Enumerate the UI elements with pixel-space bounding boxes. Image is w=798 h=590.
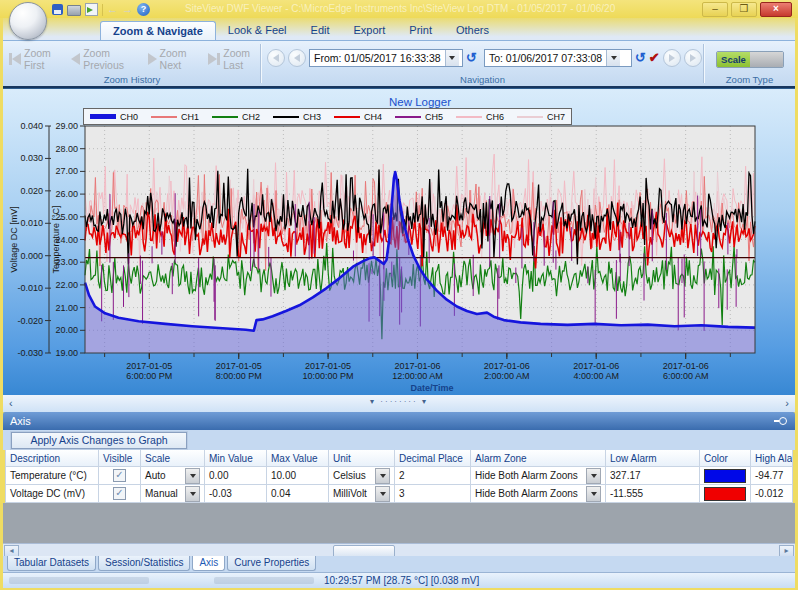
zoom-next-button[interactable]: Zoom Next [148, 47, 200, 71]
cell-high-alarm[interactable]: -94.77 [751, 467, 793, 485]
chevron-down-icon[interactable] [185, 486, 200, 502]
back-icon[interactable]: ← [107, 4, 118, 15]
chevron-down-icon[interactable] [185, 468, 200, 484]
legend-item-ch5[interactable]: CH5 [395, 112, 443, 122]
cell-scale-dropdown[interactable]: Auto [141, 467, 205, 485]
checkbox-icon[interactable]: ✓ [113, 469, 126, 482]
column-header-scale[interactable]: Scale [141, 450, 205, 467]
legend-item-ch4[interactable]: CH4 [334, 112, 382, 122]
from-date-field[interactable]: From: 01/05/2017 16:33:38 [309, 49, 463, 67]
column-header-unit[interactable]: Unit [329, 450, 395, 467]
cell-max-value[interactable]: 0.04 [267, 485, 329, 503]
export-icon[interactable] [85, 3, 98, 16]
confirm-check-icon[interactable]: ✔ [649, 51, 660, 65]
cell-color-swatch[interactable] [700, 485, 751, 503]
cell-decimal-place[interactable]: 3 [395, 485, 471, 503]
zoom-first-button[interactable]: Zoom First [9, 47, 62, 71]
from-reset-icon[interactable]: ↺ [466, 51, 477, 65]
to-reset-icon[interactable]: ↺ [635, 51, 646, 65]
ribbon-tab-zoom-navigate[interactable]: Zoom & Navigate [100, 21, 216, 40]
chevron-down-icon[interactable] [586, 468, 601, 484]
column-header-high-alarm[interactable]: High Alarm [751, 450, 793, 467]
chevron-down-icon[interactable] [375, 486, 390, 502]
cell-max-value[interactable]: 10.00 [267, 467, 329, 485]
cell-min-value[interactable]: -0.03 [205, 485, 267, 503]
temp-tick-label: 22.00 [55, 280, 78, 290]
cell-alarm-zone-dropdown[interactable]: Hide Both Alarm Zoons [471, 467, 606, 485]
horizontal-scrollbar[interactable]: ◂ ▸ [3, 543, 795, 557]
legend-item-ch1[interactable]: CH1 [151, 112, 199, 122]
color-swatch[interactable] [704, 487, 746, 501]
cell-low-alarm[interactable]: 327.17 [606, 467, 700, 485]
cell-visible-checkbox[interactable]: ✓ [99, 485, 141, 503]
column-header-visible[interactable]: Visible [99, 450, 141, 467]
cell-visible-checkbox[interactable]: ✓ [99, 467, 141, 485]
cell-low-alarm[interactable]: -11.555 [606, 485, 700, 503]
column-header-low-alarm[interactable]: Low Alarm [606, 450, 700, 467]
cell-description[interactable]: Temperature (°C) [5, 467, 99, 485]
close-button[interactable]: × [760, 2, 792, 17]
column-header-description[interactable]: Description [5, 450, 99, 467]
ribbon-tab-print[interactable]: Print [397, 21, 444, 40]
zoom-last-button[interactable]: Zoom Last [208, 47, 261, 71]
help-icon[interactable]: ? [137, 3, 150, 16]
cell-description[interactable]: Voltage DC (mV) [5, 485, 99, 503]
bottom-tab-session-statistics[interactable]: Session/Statistics [98, 556, 190, 571]
cell-color-swatch[interactable] [700, 467, 751, 485]
save-icon[interactable] [52, 4, 63, 15]
nav-previous-button[interactable] [288, 49, 306, 67]
legend-item-ch6[interactable]: CH6 [456, 112, 504, 122]
application-menu-orb[interactable] [9, 2, 47, 40]
cell-unit-dropdown[interactable]: MilliVolt [329, 485, 395, 503]
nav-first-button[interactable] [267, 49, 285, 67]
to-dropdown-button[interactable] [606, 50, 620, 66]
legend-item-ch0[interactable]: CH0 [90, 112, 138, 122]
color-swatch[interactable] [704, 469, 746, 483]
cell-unit-dropdown[interactable]: Celsius [329, 467, 395, 485]
column-header-max-value[interactable]: Max Value [267, 450, 329, 467]
chart-canvas[interactable]: 29.0028.0027.0026.0025.0024.0023.0022.00… [3, 89, 795, 396]
print-icon[interactable] [67, 5, 81, 16]
forward-icon[interactable]: → [122, 4, 133, 15]
bottom-tab-axis[interactable]: Axis [192, 556, 225, 571]
cell-min-value[interactable]: 0.00 [205, 467, 267, 485]
chevron-down-icon[interactable] [375, 468, 390, 484]
collapse-right-icon[interactable]: › [785, 396, 789, 410]
cell-alarm-zone-dropdown[interactable]: Hide Both Alarm Zoons [471, 485, 606, 503]
chevron-down-icon[interactable] [586, 486, 601, 502]
bottom-tab-tabular-datasets[interactable]: Tabular Datasets [7, 556, 96, 571]
apply-axis-changes-button[interactable]: Apply Axis Changes to Graph [11, 432, 187, 449]
legend-item-ch3[interactable]: CH3 [273, 112, 321, 122]
minimize-button[interactable]: – [702, 2, 728, 17]
nav-last-button[interactable] [684, 49, 702, 67]
cell-decimal-place[interactable]: 2 [395, 467, 471, 485]
maximize-button[interactable]: ❒ [731, 2, 757, 17]
nav-next-button[interactable] [663, 49, 681, 67]
cell-scale-dropdown[interactable]: Manual [141, 485, 205, 503]
ribbon-tab-edit[interactable]: Edit [299, 21, 342, 40]
column-header-min-value[interactable]: Min Value [205, 450, 267, 467]
ribbon-tab-look-feel[interactable]: Look & Feel [216, 21, 299, 40]
zoom-previous-button[interactable]: Zoom Previous [71, 47, 138, 71]
scale-toggle[interactable]: Scale [716, 51, 784, 68]
legend-item-ch7[interactable]: CH7 [517, 112, 565, 122]
ribbon-tab-others[interactable]: Others [444, 21, 501, 40]
column-header-decimal-place[interactable]: Decimal Place [395, 450, 471, 467]
bottom-tab-curve-properties[interactable]: Curve Properties [227, 556, 316, 571]
from-dropdown-button[interactable] [445, 50, 459, 66]
chart-panel[interactable]: 29.0028.0027.0026.0025.0024.0023.0022.00… [3, 88, 795, 396]
table-row[interactable]: Temperature (°C)✓Auto0.0010.00Celsius2Hi… [5, 467, 795, 485]
ribbon-tab-export[interactable]: Export [342, 21, 398, 40]
checkbox-icon[interactable]: ✓ [113, 487, 126, 500]
to-date-field[interactable]: To: 01/06/2017 07:33:08 [484, 49, 632, 67]
table-row[interactable]: Voltage DC (mV)✓Manual-0.030.04MilliVolt… [5, 485, 795, 503]
pin-icon[interactable] [774, 417, 787, 425]
legend-item-ch2[interactable]: CH2 [212, 112, 260, 122]
skip-forward-icon [690, 54, 696, 62]
collapse-left-icon[interactable]: ‹ [9, 396, 13, 410]
cell-high-alarm[interactable]: -0.012 [751, 485, 793, 503]
column-header-alarm-zone[interactable]: Alarm Zone [471, 450, 606, 467]
splitter-handle[interactable]: ▾ ········ ▾ [370, 397, 428, 406]
splitter-bar[interactable]: ‹ ▾ ········ ▾ › [3, 395, 795, 412]
column-header-color[interactable]: Color [700, 450, 751, 467]
